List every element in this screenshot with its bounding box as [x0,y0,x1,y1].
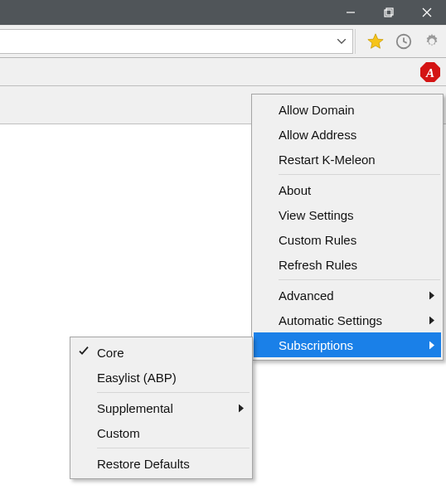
menu-custom-rules[interactable]: Custom Rules [254,227,441,252]
close-button[interactable] [408,0,446,25]
menu-label: View Settings [279,208,354,222]
check-icon [79,345,89,359]
svg-rect-1 [385,10,391,17]
submenu-core[interactable]: Core [72,340,250,365]
svg-text:A: A [425,66,434,80]
submenu-arrow-icon [429,313,434,327]
favorites-button[interactable] [362,28,389,55]
menu-label: About [279,183,311,197]
shortcut-bar: A [0,58,446,86]
menu-refresh-rules[interactable]: Refresh Rules [254,252,441,277]
menu-label: Restore Defaults [97,457,190,471]
menu-subscriptions[interactable]: Subscriptions [254,332,441,357]
submenu-arrow-icon [239,401,244,415]
toolbar-separator [355,29,360,54]
menu-label: Allow Address [279,128,356,142]
menu-advanced[interactable]: Advanced [254,283,441,308]
maximize-icon [384,7,394,17]
star-icon [366,32,385,51]
menu-label: Refresh Rules [279,258,357,272]
submenu-custom[interactable]: Custom [72,420,250,445]
url-dropdown-button[interactable] [334,30,349,53]
submenu-arrow-icon [429,288,434,303]
menu-label: Supplemental [97,401,173,415]
menu-about[interactable]: About [254,177,441,202]
menu-separator [97,448,250,448]
menu-label: Allow Domain [279,103,355,117]
submenu-restore-defaults[interactable]: Restore Defaults [72,451,250,476]
menu-separator [279,279,440,280]
menu-automatic-settings[interactable]: Automatic Settings [254,308,441,332]
menu-label: Advanced [279,288,334,303]
menu-view-settings[interactable]: View Settings [254,202,441,227]
submenu-easylist[interactable]: Easylist (ABP) [72,365,250,390]
adblock-context-menu: Allow Domain Allow Address Restart K-Mel… [251,94,444,361]
menu-separator [279,174,440,175]
submenu-supplemental[interactable]: Supplemental [72,395,250,420]
close-icon [422,7,432,17]
submenu-arrow-icon [429,338,434,352]
adblock-button[interactable]: A [419,61,441,83]
minimize-icon [346,7,356,17]
history-button[interactable] [390,28,417,55]
menu-allow-domain[interactable]: Allow Domain [254,97,441,122]
menu-label: Restart K-Meleon [279,153,376,167]
titlebar [0,0,446,25]
subscriptions-submenu: Core Easylist (ABP) Supplemental Custom … [70,337,253,479]
toolbar [0,25,446,58]
settings-button[interactable] [419,28,445,55]
gear-icon [423,32,441,51]
menu-label: Core [97,346,124,360]
minimize-button[interactable] [332,0,370,25]
menu-label: Easylist (ABP) [97,371,177,385]
menu-label: Custom Rules [279,233,356,247]
menu-allow-address[interactable]: Allow Address [254,122,441,147]
maximize-button[interactable] [370,0,408,25]
menu-label: Automatic Settings [279,313,382,327]
adblock-icon: A [419,61,441,83]
menu-label: Subscriptions [279,338,353,352]
svg-rect-2 [386,8,393,15]
url-bar[interactable] [0,29,353,54]
menu-label: Custom [97,426,140,440]
menu-restart[interactable]: Restart K-Meleon [254,147,441,172]
chevron-down-icon [337,39,346,44]
menu-separator [97,392,250,393]
clock-icon [395,32,413,51]
